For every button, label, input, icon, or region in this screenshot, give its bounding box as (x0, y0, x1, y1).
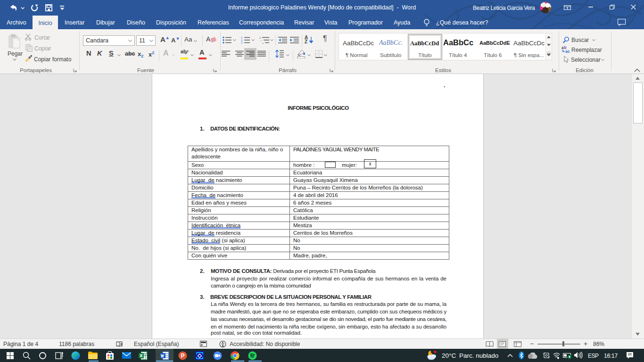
svg-text:P: P (181, 353, 185, 359)
svg-text:ac: ac (565, 49, 570, 53)
svg-text:i: i (261, 39, 261, 42)
svg-text:3: 3 (241, 42, 243, 44)
svg-text:a: a (561, 46, 564, 50)
svg-text:a: a (262, 42, 264, 44)
